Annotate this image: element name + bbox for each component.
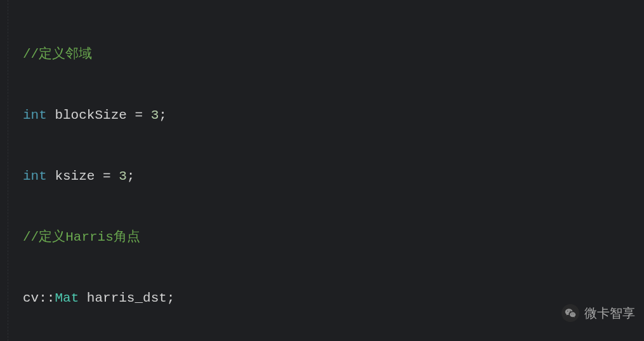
code-block: //定义邻域 int blockSize = 3; int ksize = 3;… xyxy=(23,4,518,341)
wechat-icon xyxy=(562,304,579,322)
keyword-int: int xyxy=(23,108,47,123)
keyword-int: int xyxy=(23,169,47,184)
indent-guide xyxy=(8,0,8,341)
code-editor[interactable]: //定义邻域 int blockSize = 3; int ksize = 3;… xyxy=(0,0,644,341)
type-mat: Mat xyxy=(55,291,79,305)
watermark-text: 微卡智享 xyxy=(584,303,635,323)
comment: //定义Harris角点 xyxy=(23,230,140,244)
watermark: 微卡智享 xyxy=(562,303,635,323)
comment: //定义邻域 xyxy=(23,47,92,62)
